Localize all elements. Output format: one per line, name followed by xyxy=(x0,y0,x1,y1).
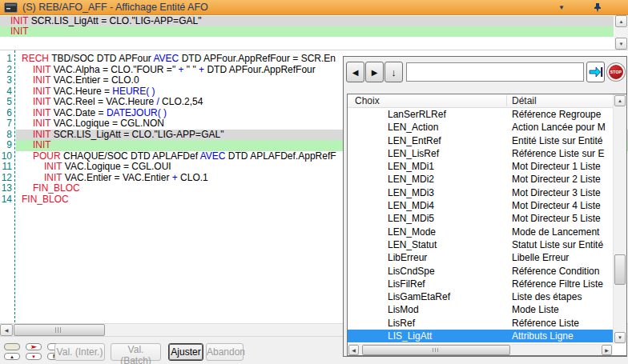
detail-cell: Référence Condition xyxy=(512,265,613,278)
choix-cell: LEN_MDi2 xyxy=(388,173,434,186)
list-item-LEN_Statut[interactable]: LEN_StatutStatut Liste sur Entité xyxy=(348,238,613,251)
list-item-LEN_MDi2[interactable]: LEN_MDi2Mot Directeur 2 Liste xyxy=(348,173,613,186)
code-text: INIT VAC.Reel = VAC.Heure / CLO.2,54 xyxy=(33,97,203,108)
record-up-triangle-glyph: ▲ xyxy=(10,354,14,359)
choix-cell: LEN_Mode xyxy=(388,226,436,238)
list-item-LisGamEtaRef[interactable]: LisGamEtaRefListe des étapes xyxy=(348,290,613,303)
choix-cell: LEN_Action xyxy=(388,121,438,134)
scrollbar-thumb[interactable] xyxy=(14,324,105,336)
detail-cell: Action Lancée pour M xyxy=(512,121,613,134)
line-number: 9 xyxy=(0,140,12,151)
titlebar-chevron-down-icon[interactable]: ▼ xyxy=(558,4,565,11)
list-item-LEN_MDi4[interactable]: LEN_MDi4Mot Directeur 4 Liste xyxy=(348,199,613,212)
scroll-up-icon[interactable]: ▲ xyxy=(615,15,627,27)
console-app-icon xyxy=(4,2,18,13)
column-header-detail[interactable]: Détail xyxy=(512,95,537,106)
window-title: (S) REB/AFO_AFF - Affichage Entité AFO xyxy=(22,2,208,13)
next-button[interactable]: ▶ xyxy=(365,62,384,82)
record-blank-beige-icon[interactable] xyxy=(4,343,20,350)
list-item-LibErreur[interactable]: LibErreurLibelle Erreur xyxy=(348,251,613,264)
code-text: INIT VAC.Entier = VAC.Entier + CLO.1 xyxy=(44,173,208,184)
choix-cell: LisRef xyxy=(388,317,415,330)
list-item-LEN_LisRef[interactable]: LEN_LisRefRéférence Liste sur E xyxy=(348,147,613,160)
val-batch-button[interactable]: Val. (Batch) xyxy=(111,343,161,361)
scroll-left-icon[interactable]: ◀ xyxy=(0,324,13,336)
choix-cell: LibErreur xyxy=(388,251,427,264)
scrollbar-thumb[interactable] xyxy=(362,345,510,355)
list-item-LisMod[interactable]: LisModMode Liste xyxy=(348,303,613,316)
line-number: 7 xyxy=(0,118,12,130)
list-item-LIS_LigAtt[interactable]: LIS_LigAttAttributs Ligne xyxy=(348,330,613,342)
record-nav-icons: ➤▲▼M xyxy=(4,343,62,362)
list-item-LEN_Mode[interactable]: LEN_ModeMode de Lancement xyxy=(348,226,613,238)
code-text: FIN_BLOC xyxy=(22,194,69,206)
app-window: (S) REB/AFO_AFF - Affichage Entité AFO ▼… xyxy=(0,0,628,364)
code-text: INIT VAC.Logique = CGL.NON xyxy=(33,118,164,130)
choix-cell: LEN_LisRef xyxy=(388,147,439,160)
scroll-down-icon[interactable]: ▼ xyxy=(614,332,626,343)
status-panel-scrollbar[interactable]: ▲ ▼ xyxy=(614,15,628,50)
list-item-LisRef[interactable]: LisRefRéférence Liste xyxy=(348,317,613,330)
choix-cell: LEN_EntRef xyxy=(388,134,441,147)
record-current-red-arrow-icon[interactable]: ➤ xyxy=(26,343,42,350)
detail-cell: Référence Filtre Liste xyxy=(512,278,613,290)
code-text: INIT VAC.Entier = CLO.0 xyxy=(33,75,139,86)
list-item-LanSerRLRef[interactable]: LanSerRLRefRéférence Regroupe xyxy=(348,108,613,121)
list-vertical-scrollbar[interactable]: ▲ ▼ xyxy=(613,94,626,344)
record-up-triangle-icon[interactable]: ▲ xyxy=(4,353,20,360)
code-text: INIT xyxy=(33,140,51,151)
line-number: 4 xyxy=(0,86,12,98)
scroll-up-icon[interactable]: ▲ xyxy=(614,95,626,106)
abandon-button[interactable]: Abandon xyxy=(206,343,244,361)
code-text: INIT VAC.Logique = CGL.OUI xyxy=(44,162,171,173)
choix-cell: LisMod xyxy=(388,303,419,316)
detail-cell: Mot Directeur 3 Liste xyxy=(512,186,613,199)
list-item-LEN_MDi3[interactable]: LEN_MDi3Mot Directeur 3 Liste xyxy=(348,186,613,199)
line-number: 12 xyxy=(0,173,12,184)
detail-cell: Mot Directeur 2 Liste xyxy=(512,173,613,186)
line-number: 11 xyxy=(0,162,12,173)
scrollbar-thumb[interactable] xyxy=(614,254,626,285)
list-item-LisCndSpe[interactable]: LisCndSpeRéférence Condition xyxy=(348,265,613,278)
record-down-triangle-icon[interactable]: ▼ xyxy=(26,353,42,360)
previous-button[interactable]: ◀ xyxy=(346,62,364,82)
list-header[interactable]: Choix Détail xyxy=(348,94,626,108)
list-item-LEN_MDi1[interactable]: LEN_MDi1Mot Directeur 1 Liste xyxy=(348,160,613,173)
go-to-end-button[interactable] xyxy=(586,62,605,82)
choice-filter-input[interactable] xyxy=(406,62,584,82)
insert-down-button[interactable]: ↓ xyxy=(384,62,403,82)
choix-cell: LisFilRef xyxy=(388,278,425,290)
code-text: FIN_BLOC xyxy=(33,183,80,194)
scroll-right-icon[interactable]: ▶ xyxy=(602,345,612,355)
line-number: 10 xyxy=(0,151,12,162)
list-item-LEN_EntRef[interactable]: LEN_EntRefEntité Liste sur Entité xyxy=(348,134,613,147)
list-item-LEN_MDi5[interactable]: LEN_MDi5Mot Directeur 5 Liste xyxy=(348,212,613,225)
detail-cell: Mode Liste xyxy=(512,303,613,316)
list-item-LEN_Action[interactable]: LEN_ActionAction Lancée pour M xyxy=(348,121,613,134)
detail-cell: Entité Liste sur Entité xyxy=(512,134,613,147)
choix-cell: LEN_MDi3 xyxy=(388,186,434,199)
column-header-choix[interactable]: Choix xyxy=(355,95,380,106)
scroll-left-icon[interactable]: ◀ xyxy=(348,345,359,355)
list-horizontal-scrollbar[interactable]: ◀ ▶ xyxy=(348,344,613,355)
choix-cell: LIS_LigAtt xyxy=(388,330,432,342)
list-rows: LanSerRLRefRéférence RegroupeLEN_ActionA… xyxy=(348,108,613,344)
choice-list: Choix Détail LanSerRLRefRéférence Regrou… xyxy=(347,94,627,356)
choix-cell: LEN_MDi5 xyxy=(388,212,434,225)
line-number: 1 xyxy=(0,54,12,65)
detail-cell: Mot Directeur 4 Liste xyxy=(512,199,613,212)
stop-sign-icon: STOP xyxy=(607,63,625,81)
scroll-down-icon[interactable]: ▼ xyxy=(615,38,627,50)
list-item-LisFilRef[interactable]: LisFilRefRéférence Filtre Liste xyxy=(348,278,613,290)
detail-cell: Mot Directeur 1 Liste xyxy=(512,160,613,173)
code-text: INIT VAC.Alpha = CLO."FOUR =" + " " + DT… xyxy=(33,65,316,76)
ajuster-button[interactable]: Ajuster xyxy=(168,343,203,361)
stop-button[interactable]: STOP xyxy=(607,62,626,82)
choix-cell: LanSerRLRef xyxy=(388,108,446,121)
titlebar-pin-icon[interactable] xyxy=(593,2,602,13)
code-text: POUR CHAQUE/SOC DTD APLAFDef AVEC DTD AP… xyxy=(33,151,336,162)
val-inter-button[interactable]: Val. (Inter.) xyxy=(54,343,105,361)
line-number: 13 xyxy=(0,183,12,194)
code-text: INIT VAC.Date = DATEJOUR( ) xyxy=(33,108,167,119)
detail-cell: Statut Liste sur Entité xyxy=(512,238,613,251)
